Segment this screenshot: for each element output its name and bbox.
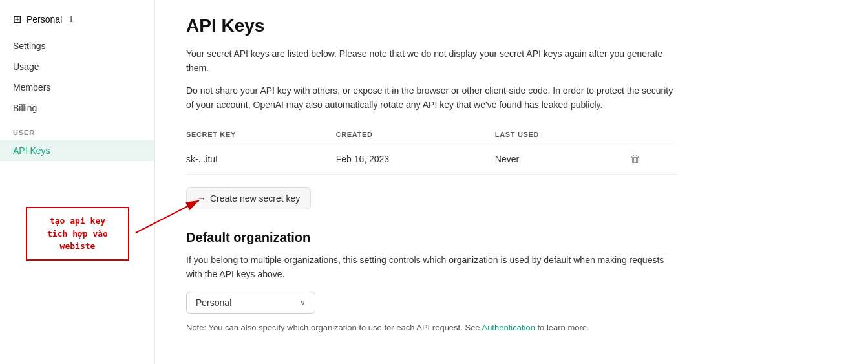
- delete-key-icon[interactable]: 🗑: [630, 153, 640, 164]
- sidebar-section-user: USER: [0, 118, 154, 140]
- create-btn-label: Create new secret key: [210, 193, 300, 204]
- key-value: sk-...ituI: [186, 144, 336, 174]
- col-actions: [630, 125, 677, 144]
- note-suffix: to learn more.: [535, 323, 589, 332]
- col-secret-key: SECRET KEY: [186, 125, 336, 144]
- api-keys-table: SECRET KEY CREATED LAST USED sk-...ituI …: [186, 125, 677, 175]
- main-content: API Keys Your secret API keys are listed…: [155, 0, 868, 364]
- sidebar-item-settings[interactable]: Settings: [0, 36, 154, 56]
- sidebar-nav: Settings Usage Members Billing: [0, 36, 154, 118]
- sidebar-item-usage[interactable]: Usage: [0, 56, 154, 77]
- note-text: Note: You can also specify which organiz…: [186, 323, 677, 332]
- sidebar-header: ⊞ Personal ℹ: [0, 13, 154, 36]
- col-created: CREATED: [336, 125, 495, 144]
- info-icon[interactable]: ℹ: [70, 14, 73, 24]
- default-org-description: If you belong to multiple organizations,…: [186, 253, 677, 282]
- authentication-link[interactable]: Authentication: [482, 323, 535, 332]
- annotation-box: tạo api keytich hợp vàowebiste: [26, 207, 129, 261]
- arrow-icon: →: [197, 193, 206, 204]
- key-last-used: Never: [495, 144, 630, 174]
- chevron-down-icon: ∨: [300, 298, 306, 307]
- sidebar: ⊞ Personal ℹ Settings Usage Members Bill…: [0, 0, 155, 364]
- page-title: API Keys: [186, 16, 837, 36]
- description-1: Your secret API keys are listed below. P…: [186, 47, 677, 76]
- sidebar-item-members[interactable]: Members: [0, 77, 154, 98]
- org-select-dropdown[interactable]: Personal ∨: [186, 292, 315, 314]
- sidebar-item-billing[interactable]: Billing: [0, 98, 154, 118]
- grid-icon: ⊞: [13, 13, 21, 25]
- sidebar-org-label: Personal: [26, 14, 62, 25]
- default-org-title: Default organization: [186, 230, 837, 245]
- org-select-label: Personal: [196, 297, 231, 308]
- description-2: Do not share your API key with others, o…: [186, 83, 677, 112]
- create-secret-key-button[interactable]: → Create new secret key: [186, 187, 311, 209]
- table-row: sk-...ituI Feb 16, 2023 Never 🗑: [186, 144, 677, 174]
- sidebar-item-api-keys[interactable]: API Keys: [0, 140, 154, 161]
- col-last-used: LAST USED: [495, 125, 630, 144]
- key-created: Feb 16, 2023: [336, 144, 495, 174]
- note-prefix: Note: You can also specify which organiz…: [186, 323, 482, 332]
- annotation-text: tạo api keytich hợp vàowebiste: [47, 216, 108, 251]
